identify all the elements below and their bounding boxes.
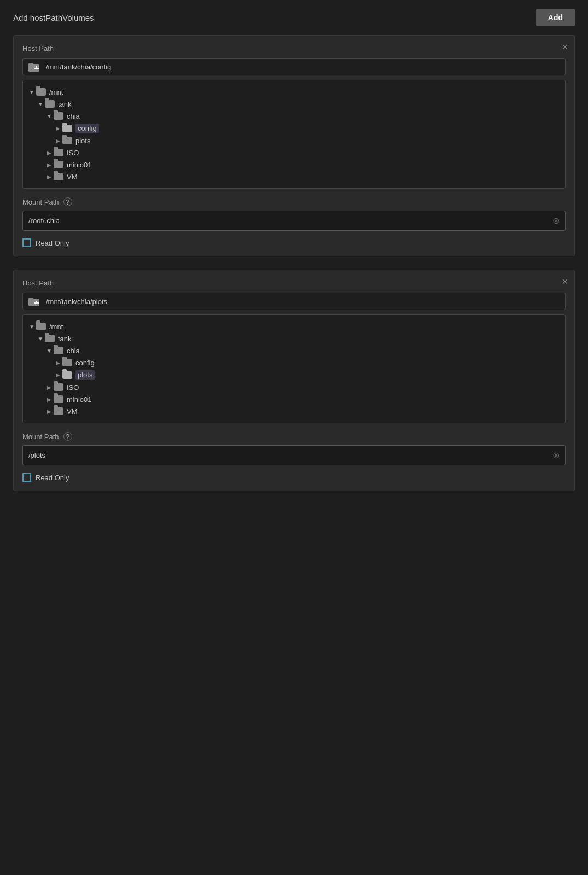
tree-label-minio01-1: minio01 <box>67 161 92 169</box>
folder-icon-vm-1 <box>54 173 63 180</box>
tree-item-plots-1[interactable]: ▶ plots <box>27 135 561 147</box>
mount-path-help-icon-2[interactable]: ? <box>63 432 72 441</box>
svg-rect-7 <box>34 302 39 304</box>
tree-arrow-plots-2: ▶ <box>54 371 62 380</box>
mount-path-help-icon-1[interactable]: ? <box>63 197 72 206</box>
folder-icon-plots-1 <box>62 137 72 144</box>
mount-input-row-1: ⊗ <box>22 211 566 231</box>
tree-item-vm-1[interactable]: ▶ VM <box>27 171 561 183</box>
tree-item-chia-1[interactable]: ▼ chia <box>27 110 561 122</box>
readonly-row-2: Read Only <box>22 473 566 482</box>
tree-arrow-chia-1: ▼ <box>45 112 54 120</box>
tree-item-iso-2[interactable]: ▶ ISO <box>27 381 561 393</box>
host-path-label-1: Host Path <box>22 44 566 52</box>
tree-item-tank-1[interactable]: ▼ tank <box>27 98 561 110</box>
tree-item-config-1[interactable]: ▶ config <box>27 122 561 135</box>
tree-container-2: ▼ /mnt ▼ tank ▼ chia ▶ config ▶ plots <box>22 314 566 423</box>
tree-arrow-vm-2: ▶ <box>45 407 54 416</box>
folder-icon-minio01-1 <box>54 161 63 168</box>
mount-path-input-2[interactable] <box>28 451 552 459</box>
svg-rect-5 <box>28 298 33 300</box>
folder-icon-iso-2 <box>54 383 63 391</box>
tree-item-minio01-1[interactable]: ▶ minio01 <box>27 159 561 171</box>
folder-icon-mnt-1 <box>36 88 46 96</box>
tree-container-1: ▼ /mnt ▼ tank ▼ chia ▶ config ▶ plots <box>22 80 566 189</box>
page-title: Add hostPathVolumes <box>13 13 94 22</box>
tree-label-tank-2: tank <box>58 335 72 343</box>
tree-label-plots-1: plots <box>75 137 90 145</box>
tree-item-plots-2[interactable]: ▶ plots <box>27 369 561 381</box>
tree-label-mnt-2: /mnt <box>49 323 63 331</box>
page-header: Add hostPathVolumes Add <box>0 0 588 35</box>
tree-label-plots-2: plots <box>75 370 95 380</box>
mount-path-clear-icon-1[interactable]: ⊗ <box>552 215 560 226</box>
volume-card-2: × Host Path /mnt/tank/chia/plots ▼ /mnt … <box>13 270 575 491</box>
folder-icon-tank-1 <box>45 100 55 108</box>
tree-label-config-1: config <box>75 124 99 133</box>
tree-item-chia-2[interactable]: ▼ chia <box>27 345 561 357</box>
tree-label-minio01-2: minio01 <box>67 395 92 404</box>
tree-item-mnt-1[interactable]: ▼ /mnt <box>27 86 561 98</box>
tree-arrow-tank-2: ▼ <box>36 334 45 343</box>
folder-add-icon-2 <box>28 296 40 306</box>
tree-item-minio01-2[interactable]: ▶ minio01 <box>27 393 561 405</box>
tree-arrow-iso-2: ▶ <box>45 383 54 392</box>
close-card-2-button[interactable]: × <box>562 277 568 287</box>
tree-arrow-plots-1: ▶ <box>54 136 62 145</box>
tree-item-tank-2[interactable]: ▼ tank <box>27 332 561 345</box>
tree-arrow-mnt-1: ▼ <box>27 88 36 96</box>
host-path-value-1: /mnt/tank/chia/config <box>46 63 111 71</box>
tree-item-vm-2[interactable]: ▶ VM <box>27 405 561 417</box>
tree-item-config-2[interactable]: ▶ config <box>27 357 561 369</box>
tree-arrow-mnt-2: ▼ <box>27 322 36 331</box>
tree-label-vm-1: VM <box>67 173 78 181</box>
tree-label-chia-2: chia <box>67 347 80 355</box>
tree-arrow-minio01-2: ▶ <box>45 395 54 404</box>
mount-path-input-1[interactable] <box>28 217 552 225</box>
folder-icon-mnt-2 <box>36 323 46 330</box>
folder-icon-config-2 <box>62 359 72 366</box>
tree-arrow-iso-1: ▶ <box>45 148 54 157</box>
mount-input-row-2: ⊗ <box>22 445 566 465</box>
readonly-label-1: Read Only <box>36 239 69 247</box>
add-button[interactable]: Add <box>536 9 575 26</box>
tree-arrow-config-2: ▶ <box>54 358 62 367</box>
mount-path-label-1: Mount Path <box>22 198 59 206</box>
folder-icon-iso-1 <box>54 149 63 156</box>
readonly-checkbox-2[interactable] <box>22 473 31 482</box>
folder-icon-minio01-2 <box>54 395 63 403</box>
host-path-input-row-2: /mnt/tank/chia/plots <box>22 293 566 310</box>
folder-icon-config-1 <box>62 125 72 132</box>
mount-path-label-row-1: Mount Path ? <box>22 197 566 206</box>
readonly-label-2: Read Only <box>36 474 69 482</box>
tree-label-iso-1: ISO <box>67 149 79 157</box>
tree-arrow-minio01-1: ▶ <box>45 160 54 169</box>
tree-label-chia-1: chia <box>67 112 80 120</box>
close-card-1-button[interactable]: × <box>562 42 568 52</box>
tree-arrow-vm-1: ▶ <box>45 172 54 181</box>
tree-label-mnt-1: /mnt <box>49 88 63 96</box>
host-path-label-2: Host Path <box>22 279 566 287</box>
mount-path-label-2: Mount Path <box>22 433 59 441</box>
mount-path-clear-icon-2[interactable]: ⊗ <box>552 450 560 460</box>
tree-item-iso-1[interactable]: ▶ ISO <box>27 147 561 159</box>
folder-icon-vm-2 <box>54 407 63 415</box>
tree-arrow-chia-2: ▼ <box>45 346 54 355</box>
tree-item-mnt-2[interactable]: ▼ /mnt <box>27 320 561 332</box>
readonly-row-1: Read Only <box>22 238 566 247</box>
mount-path-label-row-2: Mount Path ? <box>22 432 566 441</box>
folder-icon-chia-2 <box>54 347 63 354</box>
host-path-input-row-1: /mnt/tank/chia/config <box>22 58 566 75</box>
tree-arrow-config-1: ▶ <box>54 124 62 133</box>
tree-arrow-tank-1: ▼ <box>36 100 45 108</box>
readonly-checkbox-1[interactable] <box>22 238 31 247</box>
tree-label-iso-2: ISO <box>67 383 79 392</box>
host-path-value-2: /mnt/tank/chia/plots <box>46 298 107 306</box>
folder-icon-tank-2 <box>45 335 55 342</box>
tree-label-config-2: config <box>75 359 95 367</box>
volume-card-1: × Host Path /mnt/tank/chia/config ▼ /mnt… <box>13 35 575 256</box>
tree-label-vm-2: VM <box>67 407 78 416</box>
svg-rect-1 <box>28 63 33 66</box>
folder-icon-plots-2 <box>62 371 72 379</box>
folder-icon-chia-1 <box>54 112 63 120</box>
